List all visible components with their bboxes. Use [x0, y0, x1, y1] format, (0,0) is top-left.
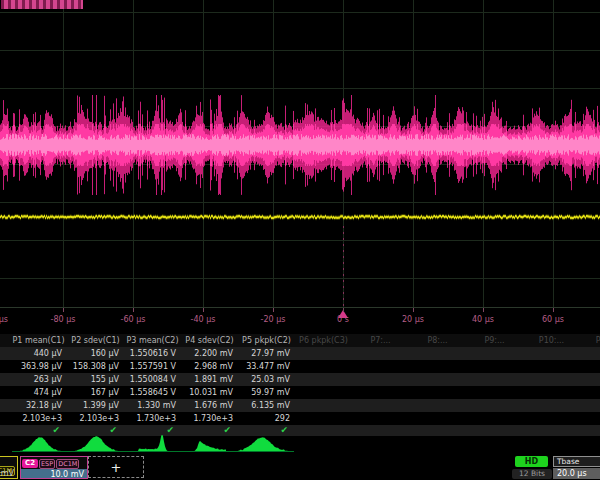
param-header[interactable]: P10:... — [523, 334, 580, 347]
measure-value — [352, 412, 409, 425]
oscilloscope-screen: -100 µs-80 µs-60 µs-40 µs-20 µs0 s20 µs4… — [0, 0, 600, 480]
measure-value: 1.399 µV — [67, 399, 124, 412]
measure-value — [580, 373, 600, 386]
axis-tick — [413, 308, 414, 312]
axis-tick — [63, 308, 64, 312]
waveform-grid[interactable] — [0, 0, 600, 308]
param-header[interactable]: P5 pkpk(C2) — [238, 334, 295, 347]
c2-scale: 10.0 mV — [21, 469, 87, 479]
measure-value: 2.103e+3 — [10, 412, 67, 425]
measure-value: 6.135 mV — [238, 399, 295, 412]
axis-tick — [273, 308, 274, 312]
measure-value: 474 µV — [10, 386, 67, 399]
measure-value — [580, 360, 600, 373]
axis-tick-label: 20 µs — [383, 315, 443, 324]
param-header[interactable]: P9:... — [466, 334, 523, 347]
param-header[interactable]: P4 sdev(C2) — [181, 334, 238, 347]
hd-mode-badge[interactable]: HD — [515, 456, 548, 467]
param-header[interactable]: P8:... — [409, 334, 466, 347]
measure-value — [523, 360, 580, 373]
measure-value: 2.200 mV — [181, 347, 238, 360]
measure-value — [295, 412, 352, 425]
measure-value — [523, 399, 580, 412]
measure-value: 32.18 µV — [10, 399, 67, 412]
c2-coupling-badge: DC1M — [56, 459, 79, 469]
measure-value: 1.557591 V — [124, 360, 181, 373]
measure-value — [295, 386, 352, 399]
measure-value — [295, 347, 352, 360]
timebase-value: 20.0 µs — [553, 468, 600, 479]
measure-value — [580, 399, 600, 412]
measure-value — [466, 347, 523, 360]
axis-tick — [553, 308, 554, 312]
axis-tick — [483, 308, 484, 312]
axis-tick — [133, 308, 134, 312]
measure-value — [523, 412, 580, 425]
channel-c2-descriptor[interactable]: C2 ESP DC1M 10.0 mV — [20, 456, 88, 479]
channel-c1-descriptor[interactable]: DC1M 0 mV — [0, 456, 18, 479]
measure-value: 1.330 mV — [124, 399, 181, 412]
descriptor-bar: DC1M 0 mV C2 ESP DC1M 10.0 mV + HD 12 Bi… — [0, 455, 600, 480]
param-header[interactable]: P1 mean(C1) — [10, 334, 67, 347]
measure-value: 155 µV — [67, 373, 124, 386]
measure-value: 1.891 mV — [181, 373, 238, 386]
measure-value — [409, 399, 466, 412]
measure-value — [409, 386, 466, 399]
axis-tick-label: -100 µs — [0, 315, 23, 324]
measure-value — [352, 373, 409, 386]
measure-value — [295, 360, 352, 373]
measure-value — [409, 360, 466, 373]
measure-value: 440 µV — [10, 347, 67, 360]
axis-tick-label: -40 µs — [173, 315, 233, 324]
parameter-histicons[interactable] — [0, 435, 600, 455]
timebase-title: Tbase — [553, 456, 600, 467]
measure-value: 1.550084 V — [124, 373, 181, 386]
measure-value: 1.730e+3 — [124, 412, 181, 425]
measure-value: 2.968 mV — [181, 360, 238, 373]
timebase-descriptor[interactable]: Tbase 20.0 µs — [553, 456, 600, 479]
measure-value — [466, 386, 523, 399]
measure-value — [466, 373, 523, 386]
measure-value — [352, 347, 409, 360]
measure-value — [523, 386, 580, 399]
measure-value — [409, 347, 466, 360]
measure-value — [580, 412, 600, 425]
c2-esp-badge: ESP — [39, 459, 55, 469]
measure-value: 158.308 µV — [67, 360, 124, 373]
measure-value: 1.676 mV — [181, 399, 238, 412]
param-header[interactable]: P11:... — [580, 334, 600, 347]
c2-label-badge: C2 — [22, 459, 38, 468]
measure-value: 263 µV — [10, 373, 67, 386]
measure-value — [295, 373, 352, 386]
measure-value — [409, 412, 466, 425]
param-header[interactable]: P7:... — [352, 334, 409, 347]
axis-tick-label: 60 µs — [523, 315, 583, 324]
trace-descriptor-badge[interactable] — [1, 0, 83, 9]
measure-value: 25.03 mV — [238, 373, 295, 386]
axis-tick-label: -60 µs — [103, 315, 163, 324]
axis-tick-label: 40 µs — [453, 315, 513, 324]
measure-value — [523, 373, 580, 386]
measure-value — [466, 399, 523, 412]
param-header[interactable]: P6 pkpk(C3) — [295, 334, 352, 347]
measure-value — [466, 360, 523, 373]
measure-value: 33.477 mV — [238, 360, 295, 373]
measure-value: 27.97 mV — [238, 347, 295, 360]
measure-value: 1.550616 V — [124, 347, 181, 360]
axis-tick — [203, 308, 204, 312]
measure-value — [580, 347, 600, 360]
add-trace-button[interactable]: + — [88, 456, 144, 478]
measure-value: 292 — [238, 412, 295, 425]
measure-value: 363.98 µV — [10, 360, 67, 373]
measure-value — [409, 373, 466, 386]
measure-value — [352, 386, 409, 399]
axis-tick-label: -80 µs — [33, 315, 93, 324]
param-header[interactable]: P2 sdev(C1) — [67, 334, 124, 347]
measurement-table: P1 mean(C1)P2 sdev(C1)P3 mean(C2)P4 sdev… — [0, 334, 600, 436]
axis-tick-label: 0 s — [313, 315, 373, 324]
measure-value: 10.031 mV — [181, 386, 238, 399]
param-header[interactable]: P3 mean(C2) — [124, 334, 181, 347]
hd-bits-label: 12 Bits — [512, 469, 552, 479]
measure-value: 59.97 mV — [238, 386, 295, 399]
measure-value — [580, 386, 600, 399]
